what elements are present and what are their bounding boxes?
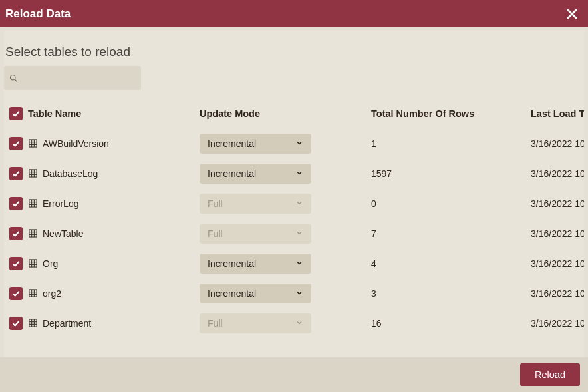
table-name: Department: [43, 318, 91, 329]
row-checkbox[interactable]: [9, 197, 23, 210]
check-icon: [11, 139, 21, 148]
row-checkbox[interactable]: [9, 167, 23, 180]
svg-rect-4: [29, 140, 36, 147]
last-load-time: 3/16/2022 10: [531, 258, 584, 269]
row-count: 1: [371, 138, 531, 149]
col-header-rows[interactable]: Total Number Of Rows: [371, 108, 531, 119]
update-mode-value: Incremental: [208, 288, 256, 299]
update-mode-value: Incremental: [208, 258, 256, 269]
table-row: OrgIncremental43/16/2022 10: [4, 248, 584, 278]
update-mode-select[interactable]: Incremental: [200, 134, 311, 154]
last-load-time: 3/16/2022 10: [531, 168, 584, 179]
table-row: DatabaseLogIncremental15973/16/2022 10: [4, 158, 584, 188]
update-mode-select: Full: [200, 194, 311, 214]
row-checkbox[interactable]: [9, 317, 23, 330]
update-mode-value: Incremental: [208, 168, 256, 179]
last-load-time: 3/16/2022 10: [531, 288, 584, 299]
table-row: AWBuildVersionIncremental13/16/2022 10: [4, 128, 584, 158]
svg-rect-19: [29, 230, 36, 237]
table-icon: [28, 199, 37, 208]
col-header-time[interactable]: Last Load Time: [531, 108, 584, 119]
check-icon: [11, 289, 21, 298]
reload-data-dialog: Reload Data Select tables to reload: [0, 0, 588, 392]
check-icon: [11, 109, 21, 118]
table-icon: [28, 169, 37, 178]
update-mode-select[interactable]: Incremental: [200, 254, 311, 274]
search-icon: [9, 74, 17, 82]
chevron-down-icon: [295, 138, 303, 149]
table-icon: [28, 229, 37, 238]
svg-line-3: [15, 79, 17, 81]
svg-rect-29: [29, 290, 36, 297]
search-input[interactable]: [21, 72, 136, 84]
dialog-body: Select tables to reload Table Name Updat…: [0, 27, 588, 357]
row-checkbox[interactable]: [9, 137, 23, 150]
chevron-down-icon: [295, 198, 303, 209]
titlebar: Reload Data: [0, 0, 588, 27]
table-icon: [28, 139, 37, 148]
select-all-checkbox[interactable]: [9, 107, 23, 120]
row-count: 4: [371, 258, 531, 269]
update-mode-value: Full: [208, 228, 223, 239]
row-checkbox[interactable]: [9, 257, 23, 270]
table-name: AWBuildVersion: [43, 138, 109, 149]
update-mode-value: Full: [208, 198, 223, 209]
table-name: Org: [43, 258, 58, 269]
row-count: 1597: [371, 168, 531, 179]
tables-grid: Table Name Update Mode Total Number Of R…: [4, 103, 584, 338]
chevron-down-icon: [295, 288, 303, 299]
svg-rect-24: [29, 260, 36, 267]
row-checkbox[interactable]: [9, 227, 23, 240]
table-name: org2: [43, 288, 61, 299]
row-count: 0: [371, 198, 531, 209]
chevron-down-icon: [295, 228, 303, 239]
last-load-time: 3/16/2022 10: [531, 138, 584, 149]
row-checkbox[interactable]: [9, 287, 23, 300]
last-load-time: 3/16/2022 10: [531, 198, 584, 209]
update-mode-value: Incremental: [208, 138, 256, 149]
reload-button[interactable]: Reload: [520, 363, 580, 386]
check-icon: [11, 319, 21, 328]
row-count: 16: [371, 318, 531, 329]
svg-rect-9: [29, 170, 36, 177]
table-header-row: Table Name Update Mode Total Number Of R…: [4, 103, 584, 128]
table-icon: [28, 289, 37, 298]
update-mode-select[interactable]: Incremental: [200, 164, 311, 184]
chevron-down-icon: [295, 258, 303, 269]
table-icon: [28, 319, 37, 328]
col-header-name[interactable]: Table Name: [28, 108, 200, 119]
dialog-footer: Reload: [0, 357, 588, 392]
update-mode-select: Full: [200, 313, 311, 333]
svg-point-2: [11, 75, 16, 81]
table-row: ErrorLogFull03/16/2022 10: [4, 188, 584, 218]
check-icon: [11, 199, 21, 208]
table-scroll[interactable]: Table Name Update Mode Total Number Of R…: [4, 103, 584, 357]
update-mode-value: Full: [208, 318, 223, 329]
table-name: DatabaseLog: [43, 168, 98, 179]
search-field[interactable]: [4, 66, 141, 90]
row-count: 3: [371, 288, 531, 299]
subheading: Select tables to reload: [4, 31, 584, 66]
table-row: org2Incremental33/16/2022 10: [4, 278, 584, 308]
update-mode-select: Full: [200, 224, 311, 244]
chevron-down-icon: [295, 168, 303, 179]
close-icon: [566, 8, 578, 20]
svg-rect-34: [29, 319, 36, 327]
check-icon: [11, 169, 21, 178]
last-load-time: 3/16/2022 10: [531, 228, 584, 239]
dialog-title: Reload Data: [5, 7, 564, 21]
table-name: NewTable: [43, 228, 83, 239]
last-load-time: 3/16/2022 10: [531, 318, 584, 329]
close-button[interactable]: [564, 6, 580, 22]
col-header-mode[interactable]: Update Mode: [200, 108, 371, 119]
update-mode-select[interactable]: Incremental: [200, 284, 311, 303]
content-panel: Select tables to reload Table Name Updat…: [4, 31, 584, 357]
table-row: DepartmentFull163/16/2022 10: [4, 308, 584, 338]
chevron-down-icon: [295, 318, 303, 329]
row-count: 7: [371, 228, 531, 239]
check-icon: [11, 259, 21, 268]
check-icon: [11, 229, 21, 238]
table-name: ErrorLog: [43, 198, 78, 209]
svg-rect-14: [29, 200, 36, 207]
table-row: NewTableFull73/16/2022 10: [4, 218, 584, 248]
